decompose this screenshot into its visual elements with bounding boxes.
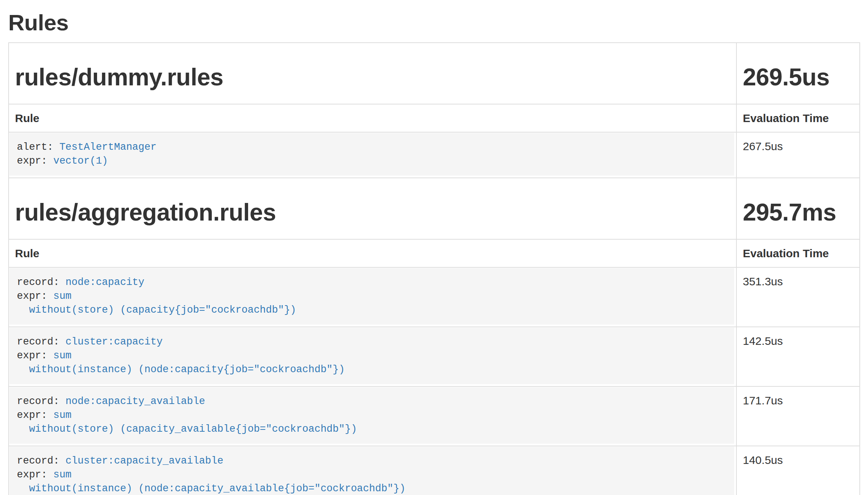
rule-code-text [17, 483, 29, 494]
rule-expr-link[interactable]: sum [53, 291, 72, 302]
rule-expr-link[interactable]: without(instance) (node:capacity{job="co… [29, 364, 345, 375]
rule-cell: record: cluster:capacity_available expr:… [9, 446, 736, 495]
rule-code-text [17, 304, 29, 316]
column-labels-row: RuleEvaluation Time [9, 104, 860, 132]
rule-expr-link[interactable]: node:capacity_available [66, 396, 205, 407]
rule-row: alert: TestAlertManager expr: vector(1)2… [9, 132, 860, 178]
rule-definition: record: cluster:capacity_available expr:… [9, 447, 734, 495]
rule-code-text: expr: [17, 155, 53, 167]
page-title: Rules [8, 10, 859, 36]
rule-definition: record: node:capacity_available expr: su… [9, 387, 734, 444]
rule-group-eval-cell: 269.5us [736, 43, 860, 104]
rule-row: record: node:capacity expr: sum without(… [9, 267, 860, 327]
rule-group-eval-cell: 295.7ms [736, 178, 860, 239]
eval-time-column-header: Evaluation Time [736, 239, 860, 267]
rule-code-text: alert: [17, 142, 59, 153]
column-labels-row: RuleEvaluation Time [9, 239, 860, 267]
rule-expr-link[interactable]: without(store) (capacity_available{job="… [29, 423, 357, 435]
rule-group-title: rules/aggregation.rules [15, 199, 730, 225]
rule-cell: record: node:capacity expr: sum without(… [9, 267, 736, 327]
rule-expr-link[interactable]: sum [53, 469, 72, 480]
eval-time-column-header: Evaluation Time [736, 104, 860, 132]
rule-eval-time: 267.5us [736, 132, 860, 178]
rule-eval-time: 140.5us [736, 446, 860, 495]
rule-code-text: expr: [17, 410, 53, 421]
rule-expr-link[interactable]: sum [53, 410, 72, 421]
rule-cell: record: cluster:capacity expr: sum witho… [9, 327, 736, 386]
rule-code-text: record: [17, 455, 66, 467]
rule-code-text: record: [17, 336, 66, 347]
rule-column-header: Rule [9, 104, 736, 132]
rule-expr-link[interactable]: TestAlertManager [59, 142, 156, 153]
rule-code-text: expr: [17, 469, 53, 480]
rule-code-text [17, 364, 29, 375]
rule-group-eval-time: 295.7ms [743, 199, 853, 225]
rule-row: record: node:capacity_available expr: su… [9, 386, 860, 446]
rule-cell: record: node:capacity_available expr: su… [9, 386, 736, 446]
rule-group-file-cell: rules/dummy.rules [9, 43, 736, 104]
rule-expr-link[interactable]: without(store) (capacity{job="cockroachd… [29, 304, 296, 316]
rule-group-file-cell: rules/aggregation.rules [9, 178, 736, 239]
rule-eval-time: 351.3us [736, 267, 860, 327]
rule-row: record: cluster:capacity_available expr:… [9, 446, 860, 495]
rule-expr-link[interactable]: sum [53, 350, 72, 361]
rule-code-text: expr: [17, 291, 53, 302]
rules-table: rules/dummy.rules269.5usRuleEvaluation T… [8, 42, 860, 495]
rule-code-text [17, 423, 29, 435]
rules-page: Rules rules/dummy.rules269.5usRuleEvalua… [0, 10, 868, 495]
rule-code-text: record: [17, 277, 66, 288]
rule-group-title: rules/dummy.rules [15, 64, 730, 90]
rule-expr-link[interactable]: without(instance) (node:capacity_availab… [29, 483, 406, 494]
rule-expr-link[interactable]: cluster:capacity_available [66, 455, 223, 467]
rule-group-header-row: rules/aggregation.rules295.7ms [9, 178, 860, 239]
rule-column-header: Rule [9, 239, 736, 267]
rule-eval-time: 171.7us [736, 386, 860, 446]
rule-group-header-row: rules/dummy.rules269.5us [9, 43, 860, 104]
rule-eval-time: 142.5us [736, 327, 860, 386]
rule-definition: alert: TestAlertManager expr: vector(1) [9, 133, 734, 176]
rules-table-body: rules/dummy.rules269.5usRuleEvaluation T… [9, 43, 860, 495]
rule-expr-link[interactable]: cluster:capacity [66, 336, 163, 347]
rule-definition: record: cluster:capacity expr: sum witho… [9, 328, 734, 384]
rule-cell: alert: TestAlertManager expr: vector(1) [9, 132, 736, 178]
rule-row: record: cluster:capacity expr: sum witho… [9, 327, 860, 386]
rule-code-text: expr: [17, 350, 53, 361]
rule-group-eval-time: 269.5us [743, 64, 853, 90]
rule-definition: record: node:capacity expr: sum without(… [9, 268, 734, 325]
rule-expr-link[interactable]: vector(1) [53, 155, 108, 167]
rule-code-text: record: [17, 396, 66, 407]
rule-expr-link[interactable]: node:capacity [66, 277, 145, 288]
